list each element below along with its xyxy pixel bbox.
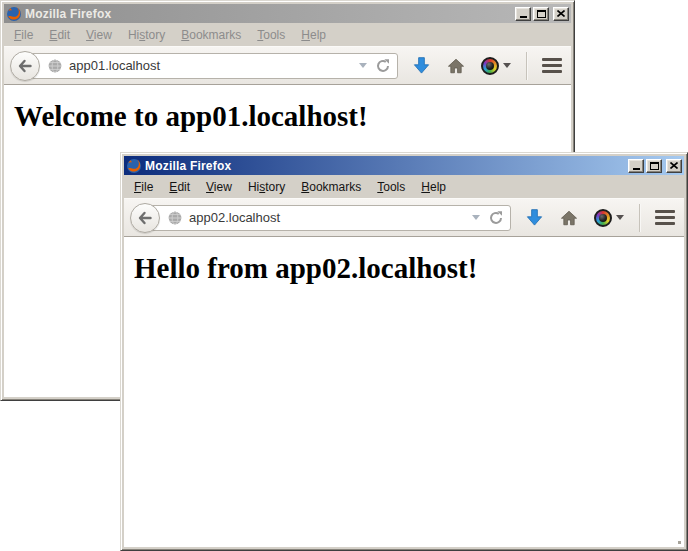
maximize-icon: [650, 162, 659, 170]
colorwheel-icon: [594, 209, 612, 227]
menu-bookmarks[interactable]: Bookmarks: [293, 177, 369, 197]
menu-history[interactable]: History: [120, 25, 173, 45]
chevron-down-icon[interactable]: [472, 215, 480, 220]
download-arrow-icon[interactable]: [411, 56, 431, 76]
page-heading: Welcome to app01.localhost!: [14, 100, 571, 133]
addon-button[interactable]: [481, 57, 511, 75]
download-arrow-icon[interactable]: [524, 208, 544, 228]
firefox-logo-icon: [6, 6, 22, 22]
window-controls: [628, 159, 682, 173]
page-heading: Hello from app02.localhost!: [134, 252, 684, 285]
globe-icon[interactable]: [47, 58, 63, 74]
home-icon[interactable]: [446, 56, 466, 76]
maximize-button[interactable]: [533, 7, 549, 21]
hamburger-menu-button[interactable]: [655, 208, 675, 227]
back-button[interactable]: [10, 51, 40, 81]
toolbar-buttons: [411, 52, 562, 80]
page-content: Hello from app02.localhost!: [124, 237, 684, 547]
home-icon[interactable]: [559, 208, 579, 228]
url-text: app01.localhost: [63, 58, 355, 73]
url-bar[interactable]: app02.localhost: [145, 205, 511, 231]
menu-help[interactable]: Help: [413, 177, 454, 197]
reload-icon[interactable]: [488, 210, 504, 226]
chevron-down-icon[interactable]: [359, 63, 367, 68]
menu-bar: File Edit View History Bookmarks Tools H…: [124, 175, 684, 198]
minimize-icon: [520, 16, 527, 18]
close-icon: [557, 10, 565, 17]
menu-edit[interactable]: Edit: [41, 25, 78, 45]
close-icon: [670, 162, 678, 169]
menu-bookmarks[interactable]: Bookmarks: [173, 25, 249, 45]
globe-icon[interactable]: [167, 210, 183, 226]
back-arrow-icon: [137, 210, 153, 226]
window-controls: [515, 7, 569, 21]
close-button[interactable]: [553, 7, 569, 21]
menu-edit[interactable]: Edit: [161, 177, 198, 197]
colorwheel-icon: [481, 57, 499, 75]
menu-help[interactable]: Help: [293, 25, 334, 45]
menu-tools[interactable]: Tools: [249, 25, 293, 45]
minimize-button[interactable]: [628, 159, 644, 173]
close-button[interactable]: [666, 159, 682, 173]
toolbar-separator: [639, 204, 640, 232]
menu-file[interactable]: File: [126, 177, 161, 197]
maximize-button[interactable]: [646, 159, 662, 173]
toolbar-separator: [526, 52, 527, 80]
navigation-toolbar: app01.localhost: [4, 46, 571, 85]
url-bar[interactable]: app01.localhost: [25, 53, 398, 79]
back-arrow-icon: [17, 58, 33, 74]
dropdown-caret-icon: [503, 63, 511, 68]
addon-button[interactable]: [594, 209, 624, 227]
hamburger-menu-button[interactable]: [542, 56, 562, 75]
menu-view[interactable]: View: [198, 177, 240, 197]
navigation-toolbar: app02.localhost: [124, 198, 684, 237]
reload-icon[interactable]: [375, 58, 391, 74]
menu-view[interactable]: View: [78, 25, 120, 45]
menu-file[interactable]: File: [6, 25, 41, 45]
url-text: app02.localhost: [183, 210, 468, 225]
firefox-window-app02: Mozilla Firefox File Edit View History B…: [120, 152, 688, 551]
menu-history[interactable]: History: [240, 177, 293, 197]
firefox-logo-icon: [126, 158, 142, 174]
minimize-icon: [633, 168, 640, 170]
title-bar[interactable]: Mozilla Firefox: [4, 4, 571, 23]
menu-bar: File Edit View History Bookmarks Tools H…: [4, 23, 571, 46]
menu-tools[interactable]: Tools: [369, 177, 413, 197]
title-bar[interactable]: Mozilla Firefox: [124, 156, 684, 175]
minimize-button[interactable]: [515, 7, 531, 21]
dropdown-caret-icon: [616, 215, 624, 220]
window-title: Mozilla Firefox: [145, 159, 625, 173]
back-button[interactable]: [130, 203, 160, 233]
resize-grip[interactable]: [678, 541, 681, 544]
toolbar-buttons: [524, 204, 675, 232]
window-title: Mozilla Firefox: [25, 7, 512, 21]
maximize-icon: [537, 10, 546, 18]
